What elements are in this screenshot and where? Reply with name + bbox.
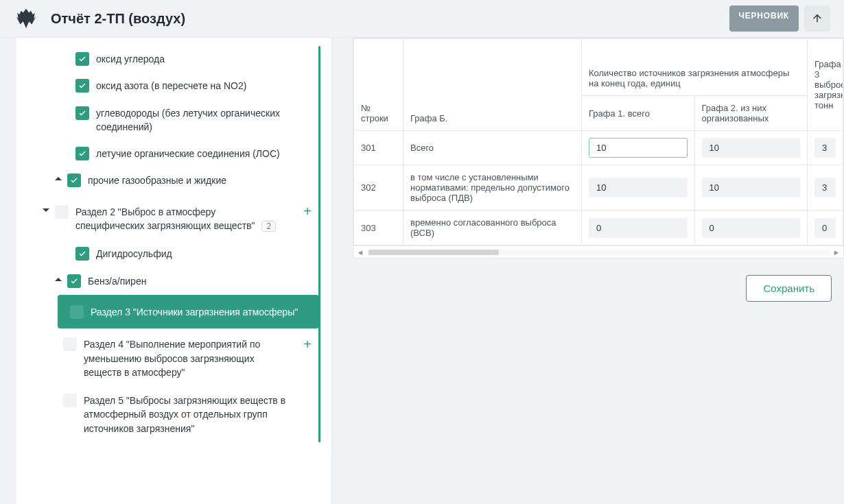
tree-label: прочие газообразные и жидкие xyxy=(88,173,226,187)
data-table: № строки Графа Б. Количество источников … xyxy=(353,38,844,259)
cell-grafa-3 xyxy=(808,211,843,245)
section-label: Раздел 3 "Источники загрязнения атмосфер… xyxy=(91,304,298,319)
input-g1[interactable] xyxy=(589,138,688,158)
th-rownum: № строки xyxy=(354,39,403,131)
input-g2[interactable] xyxy=(702,218,801,238)
section-label: Раздел 5 "Выбросы загрязняющих веществ в… xyxy=(84,393,296,435)
section-row-3-active[interactable]: Раздел 3 "Источники загрязнения атмосфер… xyxy=(58,295,319,328)
th-group: Количество источников загрязнения атмосф… xyxy=(582,39,808,96)
section-label: Раздел 2 "Выброс в атмосферу специфическ… xyxy=(75,204,281,233)
cell-grafa-3 xyxy=(808,165,843,211)
horizontal-scrollbar[interactable]: ◄ ► xyxy=(353,245,843,258)
checkbox-unchecked-icon[interactable] xyxy=(63,337,77,351)
input-g3[interactable] xyxy=(814,178,836,197)
eagle-logo-icon xyxy=(14,6,38,31)
add-button[interactable]: + xyxy=(300,337,315,352)
count-badge: 2 xyxy=(261,221,276,232)
checkbox-checked-icon[interactable] xyxy=(75,79,89,93)
scroll-thumb[interactable] xyxy=(368,250,499,255)
tree-label: оксид углерода xyxy=(96,51,165,66)
th-grafa-3: Графа 3 выброс загрязн тонн xyxy=(808,39,843,131)
svg-marker-0 xyxy=(55,177,62,180)
cell-grafa-b: в том числе с установленными нормативами… xyxy=(403,165,582,211)
cell-grafa-3 xyxy=(808,131,843,165)
tree-item[interactable]: Бенз/а/пирен xyxy=(51,268,319,293)
cell-grafa-2 xyxy=(694,165,808,211)
tree-item[interactable]: оксид азота (в пересчете на NO2) xyxy=(69,73,319,98)
cell-grafa-2 xyxy=(694,211,808,245)
tree-item[interactable]: Дигидросульфид xyxy=(69,241,319,266)
checkbox-checked-icon[interactable] xyxy=(67,173,81,187)
cell-grafa-1 xyxy=(582,131,695,165)
tree-label: летучие органические соединения (ЛОС) xyxy=(96,146,280,160)
svg-marker-1 xyxy=(43,208,49,212)
tree-item[interactable]: летучие органические соединения (ЛОС) xyxy=(69,141,319,166)
sidebar: оксид углерода оксид азота (в пересчете … xyxy=(16,38,332,504)
th-grafa-1: Графа 1. всего xyxy=(582,96,695,131)
tree-label: Дигидросульфид xyxy=(96,246,172,261)
checkbox-checked-icon[interactable] xyxy=(67,274,81,288)
tree-label: углеводороды (без летучих органических с… xyxy=(96,106,312,134)
checkbox-placeholder-icon xyxy=(70,305,84,319)
page-title: Отчёт 2-ТП (воздух) xyxy=(51,11,185,27)
save-button[interactable]: Сохранить xyxy=(746,275,832,302)
tree-item[interactable]: оксид углерода xyxy=(69,46,319,71)
th-grafa-2: Графа 2. из них организованных xyxy=(694,96,808,131)
checkbox-checked-icon[interactable] xyxy=(75,247,89,261)
input-g2[interactable] xyxy=(702,178,801,197)
th-grafa-b: Графа Б. xyxy=(403,39,582,131)
left-rail xyxy=(0,38,16,504)
checkbox-unchecked-icon[interactable] xyxy=(55,205,69,219)
caret-down-icon[interactable] xyxy=(40,207,52,214)
tree-item[interactable]: углеводороды (без летучих органических с… xyxy=(69,100,319,140)
cell-grafa-b: Всего xyxy=(403,131,582,165)
draft-badge: ЧЕРНОВИК xyxy=(729,5,799,32)
scroll-up-button[interactable] xyxy=(804,5,830,32)
input-g1[interactable] xyxy=(589,218,688,238)
scroll-right-icon[interactable]: ► xyxy=(830,248,843,256)
content-area: № строки Графа Б. Количество источников … xyxy=(332,38,844,504)
input-g2[interactable] xyxy=(702,138,801,158)
checkbox-checked-icon[interactable] xyxy=(75,106,89,120)
checkbox-checked-icon[interactable] xyxy=(75,52,89,66)
table-row: 303 временно согласованного выброса (ВСВ… xyxy=(354,211,843,245)
section-row-4[interactable]: Раздел 4 "Выполнение мероприятий по умен… xyxy=(56,330,320,386)
input-g3[interactable] xyxy=(814,218,836,238)
cell-grafa-1 xyxy=(582,211,695,245)
input-g1[interactable] xyxy=(589,178,688,197)
caret-up-icon[interactable] xyxy=(52,176,65,182)
cell-rownum: 303 xyxy=(354,211,403,245)
page-header: Отчёт 2-ТП (воздух) ЧЕРНОВИК xyxy=(0,0,844,38)
tree-label: Бенз/а/пирен xyxy=(88,274,146,288)
tree-item[interactable]: прочие газообразные и жидкие xyxy=(51,167,319,193)
tree-label: оксид азота (в пересчете на NO2) xyxy=(96,78,246,93)
scroll-left-icon[interactable]: ◄ xyxy=(353,248,367,256)
checkbox-unchecked-icon[interactable] xyxy=(63,394,77,407)
cell-grafa-1 xyxy=(582,165,695,211)
add-button[interactable]: + xyxy=(300,204,315,219)
cell-grafa-b: временно согласованного выброса (ВСВ) xyxy=(403,211,582,245)
caret-up-icon[interactable] xyxy=(52,276,65,283)
svg-marker-2 xyxy=(55,278,62,281)
section-row-5[interactable]: Раздел 5 "Выбросы загрязняющих веществ в… xyxy=(56,386,320,442)
table-row: 301 Всего xyxy=(354,131,843,165)
section-label: Раздел 4 "Выполнение мероприятий по умен… xyxy=(84,337,290,379)
input-g3[interactable] xyxy=(814,138,836,158)
checkbox-checked-icon[interactable] xyxy=(75,147,89,160)
cell-grafa-2 xyxy=(694,131,808,165)
cell-rownum: 301 xyxy=(354,131,403,165)
section-row-2[interactable]: Раздел 2 "Выброс в атмосферу специфическ… xyxy=(38,197,320,240)
table-row: 302 в том числе с установленными нормати… xyxy=(354,165,843,211)
cell-rownum: 302 xyxy=(354,165,403,211)
